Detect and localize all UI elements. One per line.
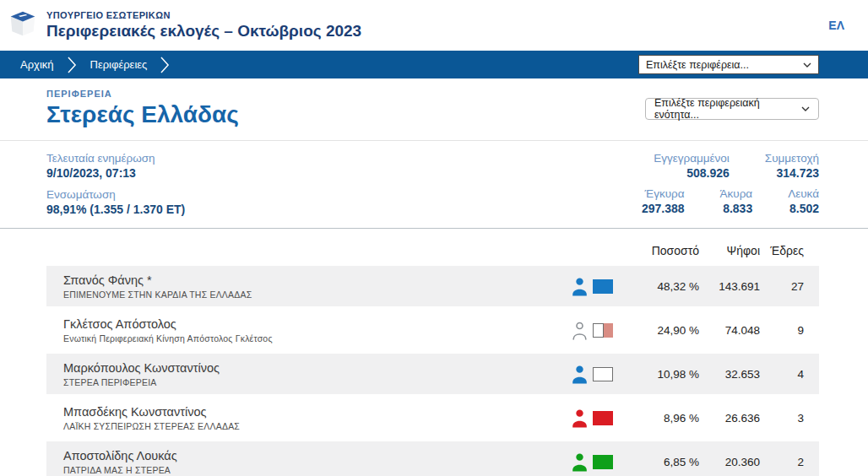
party-color-swatch — [593, 455, 613, 469]
result-row[interactable]: Σπανός Φάνης * ΕΠΙΜΕΝΟΥΜΕ ΣΤΗΝ ΚΑΡΔΙΑ ΤΗ… — [46, 266, 819, 306]
registered-value: 508.926 — [654, 166, 730, 180]
votes-value: 32.653 — [699, 368, 760, 381]
stats-section: Τελευταία ενημέρωση 9/10/2023, 07:13 Ενσ… — [0, 141, 868, 229]
person-icon — [571, 365, 589, 384]
icons-cell — [571, 452, 623, 472]
party-color-swatch — [593, 411, 613, 425]
candidate-cell: Μαρκόπουλος Κωνσταντίνος ΣΤΕΡΕΑ ΠΕΡΙΦΕΡΕ… — [46, 361, 571, 387]
person-icon — [571, 321, 589, 340]
results-rows: Σπανός Φάνης * ΕΠΙΜΕΝΟΥΜΕ ΣΤΗΝ ΚΑΡΔΙΑ ΤΗ… — [46, 266, 819, 476]
icons-cell — [571, 277, 623, 296]
registered: Εγγεγραμμένοι 508.926 — [654, 152, 730, 180]
valid-label: Έγκυρα — [642, 187, 685, 200]
percent-value: 10,98 % — [623, 368, 699, 381]
percent-value: 24,90 % — [623, 324, 699, 337]
stats-left: Τελευταία ενημέρωση 9/10/2023, 07:13 Ενσ… — [46, 152, 185, 216]
breadcrumb-regions[interactable]: Περιφέρειες — [82, 58, 156, 71]
candidate-cell: Αποστολίδης Λουκάς ΠΑΤΡΙΔΑ ΜΑΣ Η ΣΤΕΡΕΑ — [46, 449, 571, 475]
invalid-value: 8.833 — [720, 202, 753, 215]
party-color-swatch — [593, 323, 613, 338]
blank-value: 8.502 — [788, 202, 819, 215]
votes-value: 26.636 — [699, 412, 760, 425]
seats-value: 9 — [760, 324, 804, 337]
votes-value: 74.048 — [699, 324, 760, 337]
breadcrumb-home[interactable]: Αρχική — [12, 58, 62, 71]
candidate-name: Μπασδέκης Κωνσταντίνος — [63, 405, 571, 419]
breadcrumb-bar: Αρχική Περιφέρειες Επιλέξτε περιφέρεια..… — [0, 51, 868, 78]
candidate-cell: Μπασδέκης Κωνσταντίνος ΛΑΪΚΗ ΣΥΣΠΕΙΡΩΣΗ … — [46, 405, 571, 431]
ballot-box-icon — [8, 10, 37, 41]
last-update-label: Τελευταία ενημέρωση — [46, 152, 185, 165]
stats-row-1: Εγγεγραμμένοι 508.926 Συμμετοχή 314.723 — [654, 152, 819, 180]
party-name: Ενωτική Περιφερειακή Κίνηση Απόστολος Γκ… — [63, 333, 571, 343]
result-row[interactable]: Μπασδέκης Κωνσταντίνος ΛΑΪΚΗ ΣΥΣΠΕΙΡΩΣΗ … — [46, 398, 819, 438]
percent-value: 6,85 % — [623, 456, 699, 468]
region-select[interactable]: Επιλέξτε περιφέρεια... — [638, 55, 819, 74]
seats-value: 4 — [760, 368, 804, 381]
integration-value: 98,91% (1.355 / 1.370 ΕΤ) — [46, 203, 185, 216]
percent-column-header: Ποσοστό — [623, 244, 699, 257]
chevron-down-icon — [803, 62, 811, 68]
candidate-name: Αποστολίδης Λουκάς — [63, 449, 571, 462]
result-row[interactable]: Αποστολίδης Λουκάς ΠΑΤΡΙΔΑ ΜΑΣ Η ΣΤΕΡΕΑ … — [46, 441, 819, 476]
page: ΥΠΟΥΡΓΕΙΟ ΕΣΩΤΕΡΙΚΩΝ Περιφερειακές εκλογ… — [0, 0, 868, 476]
region-heading-section: ΠΕΡΙΦΕΡΕΙΑ Στερεάς Ελλάδας Επιλέξτε περι… — [0, 78, 868, 141]
page-title: Περιφερειακές εκλογές – Οκτώβριος 2023 — [46, 22, 361, 41]
icons-cell — [571, 365, 623, 384]
candidate-cell: Γκλέτσος Απόστολος Ενωτική Περιφερειακή … — [46, 317, 571, 343]
candidate-name: Σπανός Φάνης * — [63, 273, 571, 287]
chevron-right-icon — [160, 57, 170, 73]
regional-unit-select[interactable]: Επιλέξτε περιφερειακή ενότητα... — [645, 98, 819, 120]
percent-value: 8,96 % — [623, 412, 699, 425]
party-name: ΕΠΙΜΕΝΟΥΜΕ ΣΤΗΝ ΚΑΡΔΙΑ ΤΗΣ ΕΛΛΑΔΑΣ — [63, 289, 571, 300]
valid-value: 297.388 — [642, 202, 685, 215]
candidate-cell: Σπανός Φάνης * ΕΠΙΜΕΝΟΥΜΕ ΣΤΗΝ ΚΑΡΔΙΑ ΤΗ… — [46, 273, 571, 300]
person-icon — [571, 408, 589, 428]
region-select-placeholder: Επιλέξτε περιφέρεια... — [646, 59, 749, 71]
party-color-swatch — [593, 367, 613, 381]
icons-cell — [571, 408, 623, 428]
turnout-value: 314.723 — [765, 166, 819, 180]
seats-value: 2 — [760, 456, 804, 468]
person-icon — [571, 277, 589, 296]
person-icon — [571, 452, 589, 472]
votes-value: 143.691 — [699, 280, 760, 293]
blank-votes: Λευκά 8.502 — [788, 187, 819, 215]
stats-row-2: Έγκυρα 297.388 Άκυρα 8.833 Λευκά 8.502 — [642, 187, 819, 215]
seats-value: 27 — [760, 280, 804, 293]
result-row[interactable]: Μαρκόπουλος Κωνσταντίνος ΣΤΕΡΕΑ ΠΕΡΙΦΕΡΕ… — [46, 354, 819, 394]
chevron-right-icon — [68, 57, 77, 73]
brand: ΥΠΟΥΡΓΕΙΟ ΕΣΩΤΕΡΙΚΩΝ Περιφερειακές εκλογ… — [8, 10, 361, 41]
votes-value: 20.360 — [699, 456, 760, 468]
seats-value: 3 — [760, 412, 804, 425]
integration: Ενσωμάτωση 98,91% (1.355 / 1.370 ΕΤ) — [46, 188, 185, 216]
stats-right: Εγγεγραμμένοι 508.926 Συμμετοχή 314.723 … — [642, 152, 819, 216]
turnout: Συμμετοχή 314.723 — [765, 152, 819, 180]
party-name: ΛΑΪΚΗ ΣΥΣΠΕΙΡΩΣΗ ΣΤΕΡΕΑΣ ΕΛΛΑΔΑΣ — [63, 421, 571, 431]
icons-cell — [571, 321, 623, 340]
region-label: ΠΕΡΙΦΕΡΕΙΑ — [46, 89, 239, 99]
brand-text: ΥΠΟΥΡΓΕΙΟ ΕΣΩΤΕΡΙΚΩΝ Περιφερειακές εκλογ… — [46, 10, 361, 41]
registered-label: Εγγεγραμμένοι — [654, 152, 730, 165]
candidate-name: Γκλέτσος Απόστολος — [63, 317, 571, 331]
invalid-votes: Άκυρα 8.833 — [720, 187, 753, 215]
valid-votes: Έγκυρα 297.388 — [642, 187, 685, 215]
results-table: Ποσοστό Ψήφοι Έδρες Σπανός Φάνης * ΕΠΙΜΕ… — [46, 244, 819, 476]
language-toggle[interactable]: ΕΛ — [828, 19, 844, 32]
blank-label: Λευκά — [788, 187, 819, 200]
percent-value: 48,32 % — [623, 280, 699, 293]
top-header: ΥΠΟΥΡΓΕΙΟ ΕΣΩΤΕΡΙΚΩΝ Περιφερειακές εκλογ… — [0, 0, 868, 51]
region-name: Στερεάς Ελλάδας — [46, 101, 239, 128]
turnout-label: Συμμετοχή — [765, 152, 819, 165]
ministry-name: ΥΠΟΥΡΓΕΙΟ ΕΣΩΤΕΡΙΚΩΝ — [46, 10, 361, 20]
results-header-row: Ποσοστό Ψήφοι Έδρες — [46, 244, 819, 257]
party-color-swatch — [593, 279, 613, 294]
region-heading: ΠΕΡΙΦΕΡΕΙΑ Στερεάς Ελλάδας — [46, 89, 239, 128]
result-row[interactable]: Γκλέτσος Απόστολος Ενωτική Περιφερειακή … — [46, 310, 819, 350]
unit-select-placeholder: Επιλέξτε περιφερειακή ενότητα... — [654, 97, 801, 121]
seats-column-header: Έδρες — [760, 244, 804, 257]
party-name: ΣΤΕΡΕΑ ΠΕΡΙΦΕΡΕΙΑ — [63, 377, 571, 387]
last-update-value: 9/10/2023, 07:13 — [46, 166, 185, 180]
integration-label: Ενσωμάτωση — [46, 188, 185, 201]
chevron-down-icon — [801, 106, 810, 111]
